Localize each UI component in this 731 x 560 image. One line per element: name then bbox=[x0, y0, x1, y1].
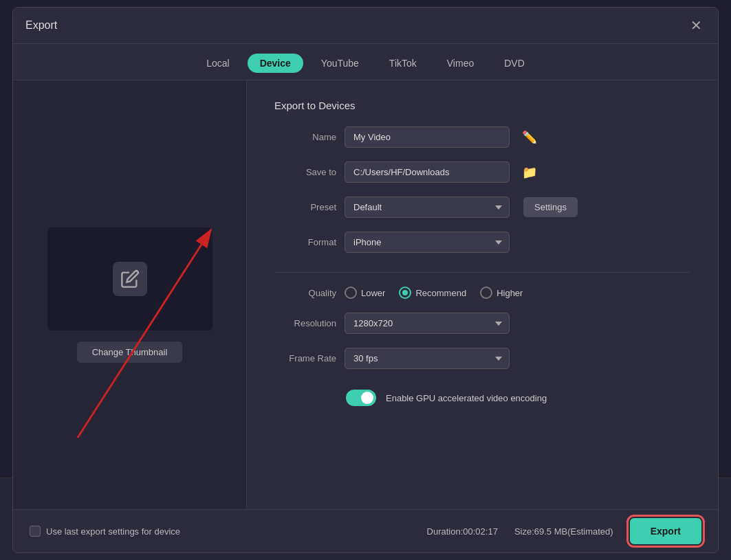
right-panel: Export to Devices Name ✏️ Save to 📁 Pres… bbox=[247, 80, 718, 509]
resolution-label: Resolution bbox=[274, 318, 336, 328]
footer-right: Duration:00:02:17 Size:69.5 MB(Estimated… bbox=[427, 518, 701, 544]
name-input[interactable] bbox=[345, 126, 510, 148]
export-dialog: Export ✕ Local Device YouTube TikTok Vim… bbox=[12, 7, 719, 553]
quality-row: Quality Lower Recommend bbox=[274, 287, 690, 299]
resolution-row: Resolution 1280x720 1920x1080 3840x2160 bbox=[274, 313, 690, 334]
gpu-toggle[interactable] bbox=[346, 390, 376, 406]
quality-recommend-option[interactable]: Recommend bbox=[399, 287, 466, 299]
last-settings-checkbox[interactable] bbox=[30, 526, 41, 537]
tab-youtube[interactable]: YouTube bbox=[309, 54, 371, 73]
quality-lower-option[interactable]: Lower bbox=[345, 287, 385, 299]
duration-info: Duration:00:02:17 bbox=[427, 526, 498, 537]
settings-button[interactable]: Settings bbox=[523, 197, 578, 217]
thumbnail-preview bbox=[47, 227, 212, 331]
quality-lower-radio[interactable] bbox=[345, 287, 357, 299]
content-area: Change Thumbnail Export to Devices Name bbox=[13, 80, 718, 509]
dialog-title: Export bbox=[25, 19, 57, 32]
quality-lower-label: Lower bbox=[361, 288, 385, 298]
frame-rate-row: Frame Rate 24 fps 30 fps 60 fps bbox=[274, 348, 690, 369]
tabs-row: Local Device YouTube TikTok Vimeo DVD bbox=[13, 44, 718, 80]
quality-options: Lower Recommend Higher bbox=[345, 287, 690, 299]
frame-rate-select[interactable]: 24 fps 30 fps 60 fps bbox=[345, 348, 510, 369]
quality-higher-label: Higher bbox=[497, 288, 523, 298]
name-label: Name bbox=[274, 132, 336, 142]
resolution-select[interactable]: 1280x720 1920x1080 3840x2160 bbox=[345, 313, 510, 334]
change-thumbnail-button[interactable]: Change Thumbnail bbox=[77, 341, 183, 363]
left-panel: Change Thumbnail bbox=[13, 80, 247, 509]
gpu-row: Enable GPU accelerated video encoding bbox=[274, 390, 690, 406]
thumbnail-edit-icon bbox=[113, 262, 147, 296]
last-settings-label: Use last export settings for device bbox=[46, 526, 180, 537]
preset-label: Preset bbox=[274, 202, 336, 212]
last-settings-row: Use last export settings for device bbox=[30, 526, 180, 537]
quality-higher-option[interactable]: Higher bbox=[480, 287, 523, 299]
size-info: Size:69.5 MB(Estimated) bbox=[514, 526, 613, 537]
quality-recommend-radio[interactable] bbox=[399, 287, 411, 299]
format-row: Format iPhone Android iPad Apple TV bbox=[274, 232, 690, 253]
ai-icon[interactable]: ✏️ bbox=[522, 130, 537, 145]
dialog-footer: Use last export settings for device Dura… bbox=[13, 509, 718, 552]
frame-rate-label: Frame Rate bbox=[274, 353, 336, 363]
export-button[interactable]: Export bbox=[630, 518, 701, 544]
folder-icon[interactable]: 📁 bbox=[522, 165, 537, 180]
gpu-label: Enable GPU accelerated video encoding bbox=[386, 393, 547, 403]
close-button[interactable]: ✕ bbox=[686, 16, 706, 35]
name-row: Name ✏️ bbox=[274, 126, 690, 148]
format-label: Format bbox=[274, 237, 336, 247]
quality-higher-radio[interactable] bbox=[480, 287, 492, 299]
dialog-overlay: Export ✕ Local Device YouTube TikTok Vim… bbox=[0, 0, 731, 560]
tab-tiktok[interactable]: TikTok bbox=[377, 54, 429, 73]
quality-label: Quality bbox=[274, 288, 336, 298]
tab-vimeo[interactable]: Vimeo bbox=[435, 54, 486, 73]
save-to-row: Save to 📁 bbox=[274, 161, 690, 183]
tab-local[interactable]: Local bbox=[194, 54, 241, 73]
tab-dvd[interactable]: DVD bbox=[492, 54, 537, 73]
toggle-knob bbox=[361, 392, 373, 404]
tab-device[interactable]: Device bbox=[248, 54, 303, 73]
save-to-input[interactable] bbox=[345, 161, 510, 183]
preset-select[interactable]: Default Custom bbox=[345, 197, 510, 218]
save-to-label: Save to bbox=[274, 167, 336, 177]
preset-row: Preset Default Custom Settings bbox=[274, 197, 690, 218]
dialog-header: Export ✕ bbox=[13, 8, 718, 44]
quality-recommend-inner bbox=[402, 290, 408, 295]
format-select[interactable]: iPhone Android iPad Apple TV bbox=[345, 232, 510, 253]
divider bbox=[274, 272, 690, 273]
section-title: Export to Devices bbox=[274, 100, 690, 111]
quality-recommend-label: Recommend bbox=[415, 288, 466, 298]
